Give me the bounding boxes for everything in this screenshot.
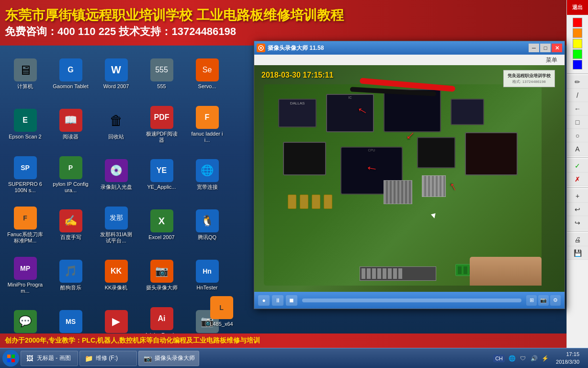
top-banner: 东莞市厚街镇远程职业培训学校 工业电路板维修培训教程 免费咨询：400 110 … — [0, 0, 588, 46]
tool-save[interactable]: 💾 — [567, 246, 588, 260]
reader-icon: 📖 — [59, 109, 82, 132]
close-button[interactable]: ✕ — [552, 44, 562, 52]
broadband-icon: 🌐 — [196, 159, 219, 182]
desktop-icon-reader[interactable]: 📖 阅读器 — [50, 101, 91, 149]
security-tray-icon[interactable]: 🛡 — [518, 354, 528, 363]
desktop-icon-servo[interactable]: Se Servo... — [187, 50, 227, 98]
progress-bar[interactable] — [302, 299, 521, 302]
pause-button[interactable]: ⏸ — [272, 295, 283, 306]
desktop-icon-gaomon[interactable]: G Gaomon Tablet — [50, 50, 91, 98]
minimize-button[interactable]: ─ — [529, 44, 539, 52]
clock-time: 17:15 — [556, 351, 579, 358]
fullscreen-icon[interactable]: ⊞ — [526, 295, 537, 306]
qq-icon-label: 腾讯QQ — [198, 234, 216, 241]
desktop-icon-minipro[interactable]: MP MiniPro Program... — [5, 252, 45, 299]
desktop-icon-ye-app[interactable]: YE YE_Applic... — [141, 151, 182, 199]
desktop-icon-superpro[interactable]: SP SUPERPRO 6100N s... — [5, 151, 45, 199]
tool-circle[interactable]: ○ — [567, 129, 588, 142]
minipro-icon: MP — [14, 257, 37, 280]
word2007-icon: W — [105, 58, 128, 81]
desktop-icon-handwrite[interactable]: ✍ 百度手写 — [50, 201, 91, 249]
desktop-icon-fanuke31[interactable]: 发那 发那科31IA测试平台... — [96, 201, 136, 249]
tool-text[interactable]: A — [567, 142, 588, 156]
desktop-icon-recorder[interactable]: 💿 录像刻入光盘 — [96, 151, 136, 199]
desktop-icon-epson[interactable]: E Epson Scan 2 — [5, 101, 45, 149]
desktop-icon-kk[interactable]: KK KK录像机 — [96, 252, 136, 299]
desktop-icon-broadband[interactable]: 🌐 宽带连接 — [187, 151, 227, 199]
hntester-icon: Hn — [196, 260, 219, 283]
tool-rect[interactable]: □ — [567, 115, 588, 129]
desktop-icon-recycle[interactable]: 🗑 回收站 — [96, 101, 136, 149]
play-button[interactable]: ● — [258, 295, 270, 306]
tool-delete[interactable]: ✗ — [567, 172, 588, 186]
tool-redo[interactable]: ↪ — [567, 216, 588, 230]
color-yellow[interactable] — [573, 39, 582, 48]
computer-icon: 🖥 — [14, 58, 37, 81]
exit-button[interactable]: 退出 — [567, 0, 588, 15]
fanuc-sys-icon: F — [14, 207, 37, 230]
stop-button[interactable]: ⏹ — [286, 295, 297, 306]
computer-icon-label: 计算机 — [17, 83, 33, 90]
color-green[interactable] — [573, 49, 582, 59]
exit-label: 退出 — [572, 4, 583, 11]
separator-1 — [567, 73, 588, 74]
red-arrow-4: ↓ — [447, 180, 460, 196]
desktop-icon-qq[interactable]: 🐧 腾讯QQ — [187, 201, 227, 249]
desktop-icon-pylon[interactable]: P pylon IP Configura... — [50, 151, 91, 199]
desktop-icon-555[interactable]: 555 555 — [141, 50, 182, 98]
desktop-icon-computer[interactable]: 🖥 计算机 — [5, 50, 45, 98]
taskbar-item-paint-label: 无标题 - 画图 — [37, 354, 71, 362]
snapshot-icon[interactable]: 📷 — [538, 295, 549, 306]
svg-point-1 — [260, 47, 262, 49]
start-button[interactable] — [2, 350, 19, 367]
taskbar-item-camera[interactable]: 📷 摄像头录像大师 — [138, 351, 199, 366]
separator-3 — [567, 187, 588, 188]
desktop-icon-fanuc-sys[interactable]: F Fanuc系统刀库标准PM... — [5, 201, 45, 249]
maximize-button[interactable]: □ — [540, 44, 551, 52]
power-tray-icon[interactable]: ⚡ — [540, 354, 550, 363]
tool-line[interactable]: / — [567, 89, 588, 102]
color-orange[interactable] — [573, 28, 582, 38]
tool-confirm[interactable]: ✓ — [567, 159, 588, 172]
recycle-icon-label: 回收站 — [108, 134, 124, 140]
tool-undo[interactable]: ↩ — [567, 203, 588, 216]
desktop-icon-kuigou[interactable]: 🎵 酷狗音乐 — [50, 252, 91, 299]
recycle-icon: 🗑 — [105, 109, 128, 132]
desktop-icon-pdf[interactable]: PDF 极速PDF阅读器 — [141, 101, 182, 149]
desktop-icon-fanuc[interactable]: F fanuc ladder ii... — [187, 101, 227, 149]
settings-icon[interactable]: ⚙ — [550, 295, 561, 306]
fanuc-icon: F — [196, 106, 219, 129]
desktop-icon-hntester[interactable]: Hn HnTester — [187, 252, 227, 299]
cap-4 — [324, 195, 332, 209]
tool-pen[interactable]: ✏ — [567, 75, 588, 89]
555-icon: 555 — [150, 58, 173, 81]
video-window-controls: ─ □ ✕ — [529, 44, 562, 52]
color-blue[interactable] — [573, 60, 582, 69]
taskbar-item-folder[interactable]: 📁 维修 (F:) — [79, 351, 137, 366]
desktop-icon-l485[interactable]: L L485_x64 — [201, 294, 242, 330]
color-red[interactable] — [573, 18, 582, 27]
taskbar-item-folder-label: 维修 (F:) — [96, 354, 118, 362]
chip-1: DALLAS — [278, 99, 317, 127]
tool-add[interactable]: + — [567, 189, 588, 203]
desktop-icon-camera[interactable]: 📷 摄头录像大师 — [141, 252, 182, 299]
heatsink-2 — [422, 175, 446, 197]
network-tray-icon[interactable]: 🌐 — [507, 354, 517, 363]
desktop-icon-word2007[interactable]: W Word 2007 — [96, 50, 136, 98]
taskbar-right: CH 🌐 🛡 🔊 ⚡ 17:15 2018/3/30 — [493, 351, 586, 366]
servo-icon: Se — [196, 58, 219, 81]
superpro-icon: SP — [14, 156, 37, 179]
ye-app-icon: YE — [150, 159, 173, 182]
video-menu-item[interactable]: 菜单 — [543, 56, 560, 64]
video-title: 摄像头录像大师 11.58 — [268, 44, 529, 52]
language-indicator[interactable]: CH — [493, 355, 505, 362]
tool-print[interactable]: 🖨 — [567, 233, 588, 246]
pylon-icon-label: pylon IP Configura... — [53, 181, 89, 194]
multisim-icon: MS — [59, 310, 82, 333]
tool-arrow[interactable]: ← — [567, 102, 588, 115]
desktop-icon-excel[interactable]: X Excel 2007 — [141, 201, 182, 249]
volume-tray-icon[interactable]: 🔊 — [529, 354, 539, 363]
kk-icon-label: KK录像机 — [105, 285, 128, 291]
fanuke31-icon: 发那 — [105, 207, 128, 230]
taskbar-item-paint[interactable]: 🖼 无标题 - 画图 — [21, 351, 78, 366]
